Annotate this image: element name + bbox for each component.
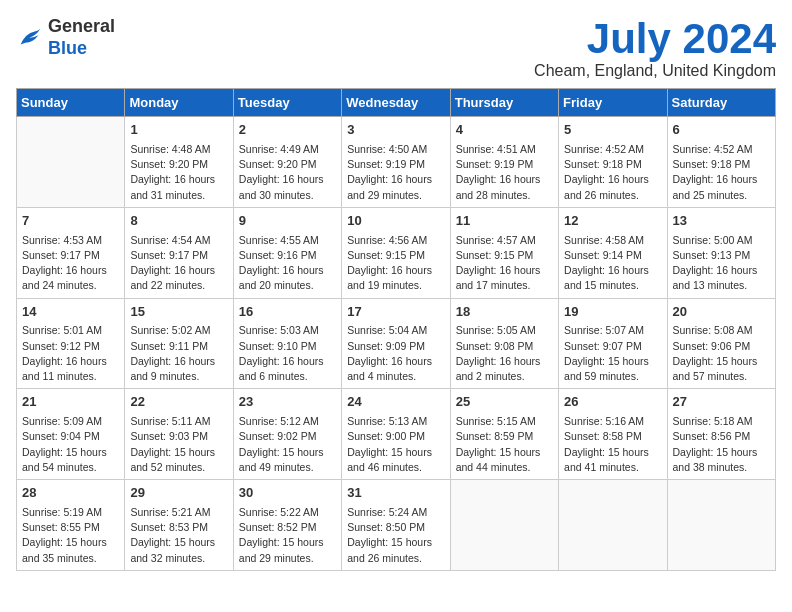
day-info: Sunrise: 5:09 AMSunset: 9:04 PMDaylight:… xyxy=(22,414,119,475)
calendar-header-cell: Saturday xyxy=(667,89,775,117)
calendar-day-cell: 4Sunrise: 4:51 AMSunset: 9:19 PMDaylight… xyxy=(450,117,558,208)
calendar-day-cell: 8Sunrise: 4:54 AMSunset: 9:17 PMDaylight… xyxy=(125,207,233,298)
calendar-header-cell: Friday xyxy=(559,89,667,117)
day-number: 6 xyxy=(673,121,770,140)
day-number: 20 xyxy=(673,303,770,322)
calendar-body: 1Sunrise: 4:48 AMSunset: 9:20 PMDaylight… xyxy=(17,117,776,571)
day-number: 5 xyxy=(564,121,661,140)
calendar-week-row: 1Sunrise: 4:48 AMSunset: 9:20 PMDaylight… xyxy=(17,117,776,208)
calendar-day-cell: 3Sunrise: 4:50 AMSunset: 9:19 PMDaylight… xyxy=(342,117,450,208)
day-info: Sunrise: 4:52 AMSunset: 9:18 PMDaylight:… xyxy=(673,142,770,203)
calendar-day-cell: 14Sunrise: 5:01 AMSunset: 9:12 PMDayligh… xyxy=(17,298,125,389)
calendar-day-cell: 20Sunrise: 5:08 AMSunset: 9:06 PMDayligh… xyxy=(667,298,775,389)
calendar-day-cell: 6Sunrise: 4:52 AMSunset: 9:18 PMDaylight… xyxy=(667,117,775,208)
logo: General Blue xyxy=(16,16,115,59)
logo-text: General Blue xyxy=(48,16,115,59)
day-info: Sunrise: 4:49 AMSunset: 9:20 PMDaylight:… xyxy=(239,142,336,203)
day-info: Sunrise: 5:07 AMSunset: 9:07 PMDaylight:… xyxy=(564,323,661,384)
calendar-header-row: SundayMondayTuesdayWednesdayThursdayFrid… xyxy=(17,89,776,117)
day-number: 18 xyxy=(456,303,553,322)
calendar-day-cell: 28Sunrise: 5:19 AMSunset: 8:55 PMDayligh… xyxy=(17,480,125,571)
page-title: July 2024 xyxy=(534,16,776,62)
calendar-day-cell: 2Sunrise: 4:49 AMSunset: 9:20 PMDaylight… xyxy=(233,117,341,208)
day-number: 21 xyxy=(22,393,119,412)
calendar-week-row: 14Sunrise: 5:01 AMSunset: 9:12 PMDayligh… xyxy=(17,298,776,389)
calendar-day-cell: 11Sunrise: 4:57 AMSunset: 9:15 PMDayligh… xyxy=(450,207,558,298)
day-number: 30 xyxy=(239,484,336,503)
day-number: 16 xyxy=(239,303,336,322)
calendar-header-cell: Thursday xyxy=(450,89,558,117)
day-info: Sunrise: 5:12 AMSunset: 9:02 PMDaylight:… xyxy=(239,414,336,475)
calendar-day-cell: 13Sunrise: 5:00 AMSunset: 9:13 PMDayligh… xyxy=(667,207,775,298)
calendar-header-cell: Tuesday xyxy=(233,89,341,117)
day-number: 23 xyxy=(239,393,336,412)
day-number: 22 xyxy=(130,393,227,412)
day-info: Sunrise: 5:19 AMSunset: 8:55 PMDaylight:… xyxy=(22,505,119,566)
day-info: Sunrise: 4:52 AMSunset: 9:18 PMDaylight:… xyxy=(564,142,661,203)
calendar-day-cell: 19Sunrise: 5:07 AMSunset: 9:07 PMDayligh… xyxy=(559,298,667,389)
day-info: Sunrise: 4:53 AMSunset: 9:17 PMDaylight:… xyxy=(22,233,119,294)
day-info: Sunrise: 5:04 AMSunset: 9:09 PMDaylight:… xyxy=(347,323,444,384)
day-number: 26 xyxy=(564,393,661,412)
calendar-day-cell: 16Sunrise: 5:03 AMSunset: 9:10 PMDayligh… xyxy=(233,298,341,389)
day-info: Sunrise: 4:50 AMSunset: 9:19 PMDaylight:… xyxy=(347,142,444,203)
title-block: July 2024 Cheam, England, United Kingdom xyxy=(534,16,776,80)
calendar-day-cell: 30Sunrise: 5:22 AMSunset: 8:52 PMDayligh… xyxy=(233,480,341,571)
day-number: 31 xyxy=(347,484,444,503)
calendar-day-cell: 25Sunrise: 5:15 AMSunset: 8:59 PMDayligh… xyxy=(450,389,558,480)
day-number: 7 xyxy=(22,212,119,231)
calendar-header-cell: Sunday xyxy=(17,89,125,117)
day-info: Sunrise: 5:01 AMSunset: 9:12 PMDaylight:… xyxy=(22,323,119,384)
calendar-day-cell: 10Sunrise: 4:56 AMSunset: 9:15 PMDayligh… xyxy=(342,207,450,298)
day-info: Sunrise: 4:55 AMSunset: 9:16 PMDaylight:… xyxy=(239,233,336,294)
calendar-day-cell: 26Sunrise: 5:16 AMSunset: 8:58 PMDayligh… xyxy=(559,389,667,480)
page-location: Cheam, England, United Kingdom xyxy=(534,62,776,80)
day-info: Sunrise: 5:22 AMSunset: 8:52 PMDaylight:… xyxy=(239,505,336,566)
day-info: Sunrise: 5:05 AMSunset: 9:08 PMDaylight:… xyxy=(456,323,553,384)
day-number: 13 xyxy=(673,212,770,231)
calendar-day-cell: 23Sunrise: 5:12 AMSunset: 9:02 PMDayligh… xyxy=(233,389,341,480)
day-number: 17 xyxy=(347,303,444,322)
calendar-table: SundayMondayTuesdayWednesdayThursdayFrid… xyxy=(16,88,776,571)
calendar-day-cell: 31Sunrise: 5:24 AMSunset: 8:50 PMDayligh… xyxy=(342,480,450,571)
calendar-week-row: 28Sunrise: 5:19 AMSunset: 8:55 PMDayligh… xyxy=(17,480,776,571)
calendar-day-cell xyxy=(450,480,558,571)
calendar-week-row: 21Sunrise: 5:09 AMSunset: 9:04 PMDayligh… xyxy=(17,389,776,480)
calendar-day-cell: 15Sunrise: 5:02 AMSunset: 9:11 PMDayligh… xyxy=(125,298,233,389)
logo-bird-icon xyxy=(16,24,44,52)
day-number: 2 xyxy=(239,121,336,140)
day-info: Sunrise: 5:00 AMSunset: 9:13 PMDaylight:… xyxy=(673,233,770,294)
day-number: 15 xyxy=(130,303,227,322)
calendar-day-cell: 12Sunrise: 4:58 AMSunset: 9:14 PMDayligh… xyxy=(559,207,667,298)
day-number: 8 xyxy=(130,212,227,231)
day-info: Sunrise: 5:21 AMSunset: 8:53 PMDaylight:… xyxy=(130,505,227,566)
calendar-day-cell: 21Sunrise: 5:09 AMSunset: 9:04 PMDayligh… xyxy=(17,389,125,480)
calendar-day-cell: 9Sunrise: 4:55 AMSunset: 9:16 PMDaylight… xyxy=(233,207,341,298)
day-info: Sunrise: 4:58 AMSunset: 9:14 PMDaylight:… xyxy=(564,233,661,294)
day-info: Sunrise: 5:16 AMSunset: 8:58 PMDaylight:… xyxy=(564,414,661,475)
day-number: 10 xyxy=(347,212,444,231)
calendar-day-cell: 29Sunrise: 5:21 AMSunset: 8:53 PMDayligh… xyxy=(125,480,233,571)
day-info: Sunrise: 5:15 AMSunset: 8:59 PMDaylight:… xyxy=(456,414,553,475)
calendar-day-cell: 17Sunrise: 5:04 AMSunset: 9:09 PMDayligh… xyxy=(342,298,450,389)
calendar-day-cell xyxy=(559,480,667,571)
day-info: Sunrise: 4:57 AMSunset: 9:15 PMDaylight:… xyxy=(456,233,553,294)
day-number: 25 xyxy=(456,393,553,412)
day-number: 11 xyxy=(456,212,553,231)
day-number: 4 xyxy=(456,121,553,140)
calendar-header-cell: Monday xyxy=(125,89,233,117)
day-info: Sunrise: 5:02 AMSunset: 9:11 PMDaylight:… xyxy=(130,323,227,384)
day-number: 24 xyxy=(347,393,444,412)
calendar-day-cell: 24Sunrise: 5:13 AMSunset: 9:00 PMDayligh… xyxy=(342,389,450,480)
day-info: Sunrise: 5:13 AMSunset: 9:00 PMDaylight:… xyxy=(347,414,444,475)
day-number: 28 xyxy=(22,484,119,503)
calendar-day-cell: 27Sunrise: 5:18 AMSunset: 8:56 PMDayligh… xyxy=(667,389,775,480)
day-info: Sunrise: 5:11 AMSunset: 9:03 PMDaylight:… xyxy=(130,414,227,475)
day-info: Sunrise: 4:51 AMSunset: 9:19 PMDaylight:… xyxy=(456,142,553,203)
calendar-header-cell: Wednesday xyxy=(342,89,450,117)
calendar-day-cell xyxy=(667,480,775,571)
day-number: 19 xyxy=(564,303,661,322)
day-number: 3 xyxy=(347,121,444,140)
day-number: 27 xyxy=(673,393,770,412)
day-info: Sunrise: 4:54 AMSunset: 9:17 PMDaylight:… xyxy=(130,233,227,294)
